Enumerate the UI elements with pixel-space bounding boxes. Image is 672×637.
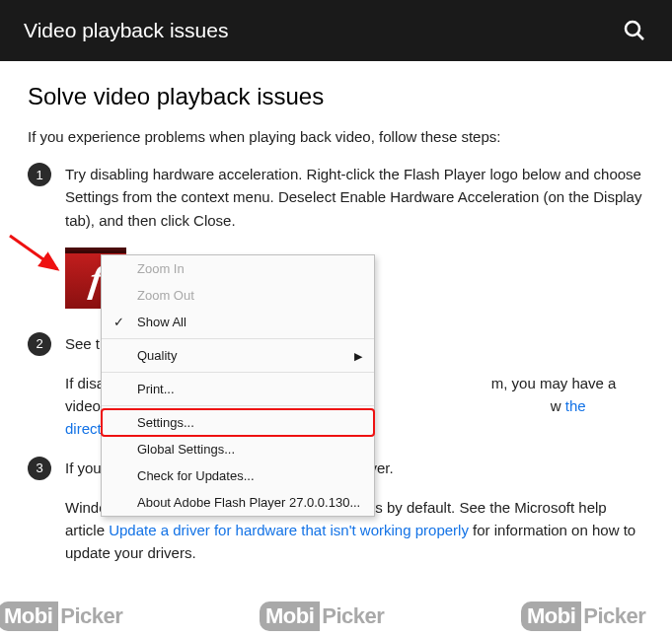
step-number: 3 (28, 457, 51, 480)
header-bar: Video playback issues (0, 0, 672, 61)
step-1: 1 Try disabling hardware acceleration. R… (28, 163, 644, 232)
menu-check-updates[interactable]: Check for Updates... (102, 462, 374, 489)
section-title: Solve video playback issues (28, 83, 644, 110)
flash-context-menu: Zoom In Zoom Out ✓Show All Quality▶ Prin… (101, 254, 375, 517)
step-number: 2 (28, 332, 51, 356)
step-text: Try disabling hardware acceleration. Rig… (65, 163, 644, 232)
menu-show-all[interactable]: ✓Show All (102, 309, 374, 335)
check-icon: ✓ (113, 315, 124, 329)
watermark: MobiPicker (260, 602, 384, 631)
page-title: Video playback issues (24, 19, 228, 42)
menu-print[interactable]: Print... (102, 376, 374, 402)
menu-about[interactable]: About Adobe Flash Player 27.0.0.130... (102, 489, 374, 516)
menu-separator (102, 338, 374, 339)
menu-separator (102, 372, 374, 373)
menu-global-settings[interactable]: Global Settings... (102, 436, 374, 462)
search-icon (623, 19, 646, 42)
svg-line-3 (10, 236, 57, 269)
menu-zoom-in[interactable]: Zoom In (102, 255, 374, 282)
section-intro: If you experience problems when playing … (28, 128, 644, 145)
menu-zoom-out[interactable]: Zoom Out (102, 282, 374, 309)
ms-help-link[interactable]: Update a driver for hardware that isn't … (109, 522, 469, 538)
submenu-arrow-icon: ▶ (354, 350, 362, 363)
menu-settings[interactable]: Settings... (102, 409, 374, 436)
watermark: MobiPicker (0, 602, 122, 631)
watermark: MobiPicker (521, 602, 645, 631)
search-button[interactable] (621, 17, 648, 44)
menu-quality[interactable]: Quality▶ (102, 342, 374, 369)
svg-point-0 (626, 22, 639, 35)
menu-separator (102, 405, 374, 406)
red-arrow-annotation (8, 230, 67, 283)
svg-line-1 (638, 35, 644, 40)
step-number: 1 (28, 163, 51, 186)
